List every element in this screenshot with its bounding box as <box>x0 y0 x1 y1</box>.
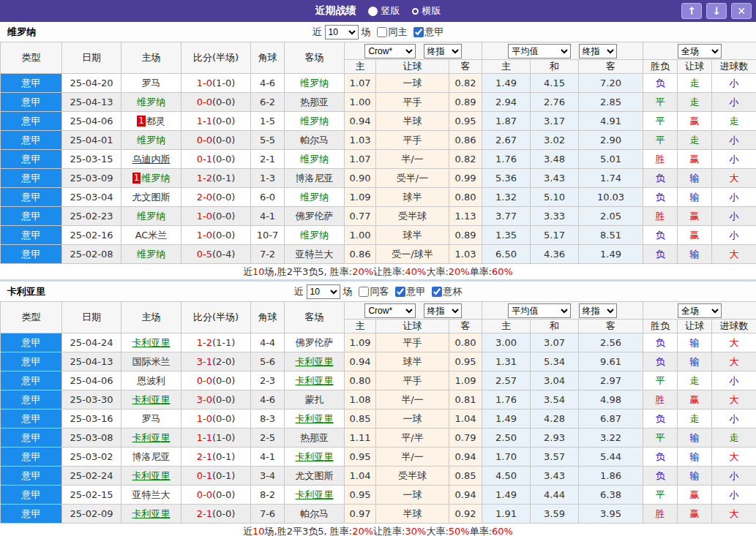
away-team-link[interactable]: 卡利亚里 <box>296 489 334 500</box>
date-cell: 25-02-15 <box>62 486 121 505</box>
home-team-link[interactable]: 维罗纳 <box>137 135 165 146</box>
handicap-cell: 半/一 <box>376 390 449 409</box>
away-team-link[interactable]: 热那亚 <box>300 432 329 443</box>
filter-checkbox-input[interactable] <box>413 27 424 37</box>
odds-source-select[interactable]: Crow* <box>364 303 416 318</box>
away-team-link[interactable]: 亚特兰大 <box>296 249 334 260</box>
result-wdl-cell: 负 <box>643 333 678 352</box>
away-team-link[interactable]: 维罗纳 <box>300 154 329 165</box>
home-team-link[interactable]: 卡利亚里 <box>132 394 171 405</box>
result-scope-group: 全场 <box>643 302 756 320</box>
summary-text: 大率: <box>426 265 448 279</box>
filter-checkbox-input[interactable] <box>359 287 369 297</box>
away-team-link[interactable]: 卡利亚里 <box>296 375 334 386</box>
away-team-link[interactable]: 卡利亚里 <box>296 451 334 462</box>
home-team-link[interactable]: 维罗纳 <box>137 211 165 222</box>
corners-cell: 4-1 <box>251 448 285 467</box>
home-team-link[interactable]: 国际米兰 <box>132 356 171 367</box>
away-team-link[interactable]: 帕尔马 <box>300 508 329 519</box>
asian-home-odds-cell: 1.11 <box>345 429 376 448</box>
corners-cell: 2-3 <box>251 371 285 390</box>
away-team-link[interactable]: 博洛尼亚 <box>296 173 334 184</box>
result-handicap-cell: 输 <box>678 188 712 207</box>
home-team-link[interactable]: 都灵 <box>146 116 165 127</box>
away-team-link[interactable]: 维罗纳 <box>300 78 329 88</box>
away-team-link[interactable]: 维罗纳 <box>300 116 329 127</box>
europe-time-select[interactable]: 终指 <box>579 303 617 318</box>
filter-checkbox-input[interactable] <box>377 27 387 37</box>
euro-home-odds-cell: 3.77 <box>482 207 531 226</box>
move-down-button[interactable]: ↓ <box>706 3 727 19</box>
filter-checkbox-意杯[interactable]: 意杯 <box>429 285 463 298</box>
home-team-link[interactable]: 卡利亚里 <box>132 432 171 443</box>
horizontal-layout-radio[interactable]: 横版 <box>412 4 441 18</box>
euro-away-odds-cell: 2.05 <box>579 207 643 226</box>
home-team-link[interactable]: 罗马 <box>142 78 161 88</box>
home-team-link[interactable]: 维罗纳 <box>137 97 165 107</box>
result-scope-select[interactable]: 全场 <box>678 44 722 58</box>
home-team-link[interactable]: 维罗纳 <box>137 249 165 260</box>
match-row: 意甲25-03-30卡利亚里3-0(0-0)4-6蒙扎1.08半/一0.811.… <box>1 390 756 409</box>
away-team-link[interactable]: 维罗纳 <box>300 230 329 241</box>
home-team-link[interactable]: 卡利亚里 <box>132 470 171 481</box>
home-team-link[interactable]: AC米兰 <box>135 230 168 241</box>
home-team-link[interactable]: 亚特兰大 <box>132 489 171 500</box>
match-row: 意甲25-02-08维罗纳0-5(0-4)7-2亚特兰大0.86受一/球半1.0… <box>1 245 756 264</box>
games-label: 场 <box>362 26 371 39</box>
rank-badge: 1 <box>137 116 146 127</box>
away-team-link[interactable]: 蒙扎 <box>305 394 324 405</box>
date-cell: 25-04-13 <box>62 93 121 112</box>
odds-time-select[interactable]: 终指 <box>424 303 462 318</box>
recent-count-select[interactable]: 10 <box>307 284 340 299</box>
odds-time-select[interactable]: 终指 <box>424 44 462 58</box>
europe-time-select[interactable]: 终指 <box>579 44 617 58</box>
close-button[interactable]: ✕ <box>731 3 752 19</box>
home-team-link[interactable]: 卡利亚里 <box>132 508 171 519</box>
vertical-layout-radio[interactable]: 竖版 <box>368 4 400 18</box>
fulltime-score: 2-0 <box>197 192 212 203</box>
odds-source-select[interactable]: Crow* <box>364 44 416 58</box>
filter-checkbox-input[interactable] <box>395 287 405 297</box>
result-scope-select[interactable]: 全场 <box>678 303 722 318</box>
move-up-button[interactable]: ↑ <box>681 3 702 19</box>
away-team-link[interactable]: 佛罗伦萨 <box>296 211 334 222</box>
fulltime-score: 2-1 <box>197 451 212 462</box>
euro-home-odds-cell: 2.50 <box>482 429 531 448</box>
away-team-link[interactable]: 维罗纳 <box>300 192 329 203</box>
home-team-link[interactable]: 罗马 <box>142 413 161 424</box>
match-row: 意甲25-04-01维罗纳0-0(0-0)5-5帕尔马1.03平手0.862.6… <box>1 131 756 150</box>
corners-cell: 6-2 <box>251 93 285 112</box>
fulltime-score: 1-1 <box>197 432 212 443</box>
home-team-link[interactable]: 博洛尼亚 <box>132 451 171 462</box>
recent-count-select[interactable]: 10 <box>325 25 359 39</box>
league-cell: 意甲 <box>1 188 62 207</box>
europe-source-select[interactable]: 平均值 <box>508 303 571 318</box>
away-team-link[interactable]: 热那亚 <box>300 97 329 107</box>
home-team-link-cell: 卡利亚里 <box>121 505 181 524</box>
away-team-link[interactable]: 尤文图斯 <box>296 470 334 481</box>
home-team-link[interactable]: 乌迪内斯 <box>132 154 171 165</box>
filter-checkbox-input[interactable] <box>432 287 442 297</box>
home-team-link[interactable]: 维罗纳 <box>141 173 170 184</box>
filter-checkbox-意甲[interactable]: 意甲 <box>392 285 426 298</box>
away-team-link[interactable]: 帕尔马 <box>300 135 329 146</box>
filter-checkbox-同主[interactable]: 同主 <box>374 26 408 39</box>
filter-checkbox-同客[interactable]: 同客 <box>356 285 389 298</box>
handicap-cell: 半/一 <box>376 448 449 467</box>
away-team-link-cell: 维罗纳 <box>285 226 345 245</box>
home-team-link[interactable]: 尤文图斯 <box>132 192 171 203</box>
away-team-link[interactable]: 佛罗伦萨 <box>296 337 334 348</box>
euro-draw-odds-cell: 3.17 <box>531 112 579 131</box>
result-scope-group: 全场 <box>643 42 756 60</box>
away-team-link[interactable]: 卡利亚里 <box>296 413 334 424</box>
home-team-link[interactable]: 恩波利 <box>137 375 165 386</box>
away-team-link[interactable]: 卡利亚里 <box>296 356 334 367</box>
home-team-link[interactable]: 卡利亚里 <box>132 337 171 348</box>
filter-checkbox-意甲[interactable]: 意甲 <box>411 26 444 39</box>
result-goals-cell: 小 <box>712 131 756 150</box>
summary-text: 50% <box>449 526 470 536</box>
league-cell: 意甲 <box>1 429 62 448</box>
match-row: 意甲25-02-23维罗纳1-0(0-0)4-1佛罗伦萨0.77受半球1.133… <box>1 207 756 226</box>
asian-home-odds-cell: 0.90 <box>345 169 376 188</box>
europe-source-select[interactable]: 平均值 <box>508 44 571 58</box>
